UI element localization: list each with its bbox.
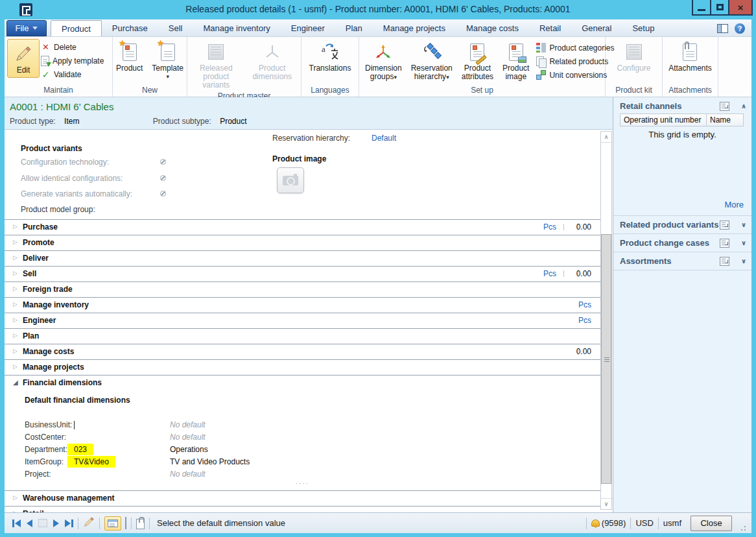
tab-purchase[interactable]: Purchase	[102, 20, 158, 36]
section-purchase[interactable]: ▷ Purchase Pcs 0.00	[5, 219, 600, 235]
tab-plan[interactable]: Plan	[335, 20, 373, 36]
expand-icon[interactable]: ▷	[13, 316, 18, 323]
section-engineer[interactable]: ▷ Engineer Pcs	[5, 313, 600, 328]
minimize-button[interactable]	[692, 0, 711, 16]
section-manage-inventory[interactable]: ▷ Manage inventory Pcs	[5, 297, 600, 313]
edit-button[interactable]: Edit	[7, 39, 40, 78]
scroll-up-button[interactable]: ∧	[601, 132, 611, 143]
factbox-related-product-variants[interactable]: Related product variants ∨	[613, 217, 751, 233]
expand-icon[interactable]: ▷	[13, 332, 18, 339]
edit-mode-button[interactable]	[83, 516, 95, 531]
tab-engineer[interactable]: Engineer	[281, 20, 335, 36]
form-view-button[interactable]	[104, 516, 121, 531]
tab-general[interactable]: General	[571, 20, 622, 36]
expand-chevron-icon[interactable]: ∨	[741, 221, 746, 228]
section-deliver[interactable]: ▷ Deliver	[5, 250, 600, 266]
expand-chevron-icon[interactable]: ∨	[741, 239, 746, 246]
tab-product[interactable]: Product	[51, 20, 102, 36]
collapse-icon[interactable]: ◢	[13, 379, 18, 386]
close-window-button[interactable]: ×	[728, 0, 753, 16]
reservation-hierarchy-value[interactable]: Default	[372, 134, 396, 143]
attachments-button[interactable]: Attachments	[665, 39, 715, 74]
dimension-groups-button[interactable]: Dimension groups▾	[362, 39, 405, 83]
factbox-window-icon[interactable]	[720, 102, 729, 111]
itemgroup-input[interactable]: TV&Video	[67, 456, 115, 468]
grid-records-button	[38, 519, 47, 527]
column-operating-unit-number[interactable]: Operating unit number	[620, 113, 707, 126]
section-sell[interactable]: ▷ Sell Pcs 0.00	[5, 266, 600, 281]
notifications-count[interactable]: (9598)	[602, 518, 626, 528]
file-menu-button[interactable]: File	[6, 20, 47, 36]
maximize-button[interactable]	[710, 0, 729, 16]
translations-button[interactable]: a Translations	[306, 39, 355, 74]
businessunit-input[interactable]	[67, 419, 81, 431]
expand-chevron-icon[interactable]: ∨	[741, 257, 746, 265]
collapse-chevron-icon[interactable]: ∧	[741, 102, 746, 110]
apply-template-button[interactable]: Apply template	[41, 54, 104, 67]
section-manage-costs[interactable]: ▷ Manage costs 0.00	[5, 344, 600, 359]
next-record-button[interactable]	[53, 519, 59, 527]
department-input[interactable]: 023	[67, 444, 93, 455]
factbox-window-icon[interactable]	[720, 221, 729, 230]
related-products-button[interactable]: Related products	[536, 55, 614, 67]
expand-icon[interactable]: ▷	[13, 363, 18, 370]
company-indicator[interactable]: usmf	[663, 518, 681, 528]
layout-toggle-icon[interactable]	[717, 24, 728, 33]
section-warehouse-management[interactable]: ▷ Warehouse management	[5, 490, 600, 506]
expand-icon[interactable]: ▷	[13, 223, 18, 230]
tab-manage-costs[interactable]: Manage costs	[456, 20, 529, 36]
product-categories-button[interactable]: Product categories	[536, 42, 614, 54]
more-link[interactable]: More	[724, 200, 744, 209]
section-plan[interactable]: ▷ Plan	[5, 328, 600, 344]
close-form-button[interactable]: Close	[691, 516, 732, 531]
resize-grip[interactable]	[738, 523, 746, 531]
section-financial-dimensions[interactable]: ◢ Financial dimensions	[5, 375, 600, 390]
new-product-button[interactable]: ★ Product	[113, 39, 146, 74]
help-icon[interactable]: ?	[735, 23, 745, 34]
scroll-down-button[interactable]: ∨	[601, 498, 611, 509]
vertical-scrollbar[interactable]: ∧ ∨	[600, 131, 612, 510]
expand-icon[interactable]: ▷	[13, 254, 18, 261]
unit-conversions-button[interactable]: Unit conversions	[536, 69, 614, 81]
grid-view-button[interactable]	[125, 518, 126, 529]
section-foreign-trade[interactable]: ▷ Foreign trade	[5, 281, 600, 297]
tab-manage-inventory[interactable]: Manage inventory	[193, 20, 280, 36]
expand-icon[interactable]: ▷	[13, 494, 18, 501]
document-attachments-icon[interactable]	[136, 519, 145, 529]
factbox-window-icon[interactable]	[720, 239, 729, 248]
product-image-button[interactable]: Product image	[499, 39, 532, 82]
expand-icon[interactable]: ▷	[13, 301, 18, 307]
tab-retail[interactable]: Retail	[529, 20, 571, 36]
expand-icon[interactable]: ▷	[13, 239, 18, 245]
product-attributes-button[interactable]: Product attributes	[458, 39, 497, 82]
factbox-product-change-cases[interactable]: Product change cases ∨	[613, 235, 751, 252]
section-resize-grip[interactable]: ····	[5, 480, 600, 487]
factbox-window-icon[interactable]	[720, 257, 729, 266]
first-record-button[interactable]	[12, 519, 21, 527]
section-retail[interactable]: ▷ Retail	[5, 506, 600, 512]
currency-indicator[interactable]: USD	[635, 518, 653, 528]
tab-sell[interactable]: Sell	[158, 20, 193, 36]
expand-icon[interactable]: ▷	[13, 270, 18, 276]
column-name[interactable]: Name	[706, 113, 744, 126]
scrollbar-thumb[interactable]	[601, 234, 611, 484]
validate-button[interactable]: ✓Validate	[41, 68, 104, 80]
costcenter-input[interactable]	[67, 431, 80, 434]
notifications-bell-icon[interactable]	[591, 519, 600, 527]
configure-button: Configure	[613, 39, 654, 74]
expand-icon[interactable]: ▷	[13, 348, 18, 354]
new-template-button[interactable]: ★ Template ▾	[148, 39, 187, 82]
section-manage-projects[interactable]: ▷ Manage projects	[5, 359, 600, 375]
tab-manage-projects[interactable]: Manage projects	[373, 20, 456, 36]
reservation-hierarchy-button[interactable]: Reservation hierarchy▾	[408, 39, 456, 83]
project-input[interactable]	[67, 468, 80, 471]
delete-button[interactable]: ✕Delete	[41, 41, 104, 53]
last-record-button[interactable]	[65, 519, 73, 527]
delete-icon: ✕	[41, 42, 51, 52]
product-image-placeholder-button[interactable]	[277, 167, 304, 193]
factbox-assortments[interactable]: Assortments ∨	[613, 253, 751, 270]
tab-setup[interactable]: Setup	[622, 20, 665, 36]
section-promote[interactable]: ▷ Promote	[5, 235, 600, 250]
previous-record-button[interactable]	[27, 519, 32, 527]
expand-icon[interactable]: ▷	[13, 285, 18, 292]
